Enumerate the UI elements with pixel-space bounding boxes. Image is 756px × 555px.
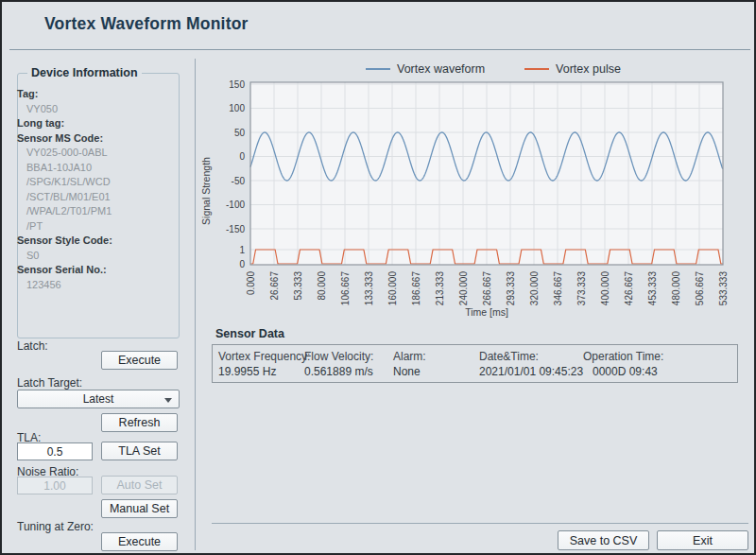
svg-text:100: 100 xyxy=(229,103,245,113)
svg-text:0.000: 0.000 xyxy=(246,271,256,295)
device-field-value: /SPG/K1/SL/WCD xyxy=(26,175,172,190)
chart-legend: Vortex waveform Vortex pulse xyxy=(366,62,621,76)
svg-text:346.667: 346.667 xyxy=(553,271,563,306)
device-field-label: Sensor MS Code: xyxy=(17,131,172,147)
legend-item-waveform: Vortex waveform xyxy=(366,62,485,76)
noise-ratio-input xyxy=(17,477,93,494)
sensor-column-value: 0.561889 m/s xyxy=(304,365,373,378)
footer-separator xyxy=(212,523,748,524)
svg-text:1: 1 xyxy=(239,245,245,255)
device-field-value: S0 xyxy=(26,249,172,264)
device-field-value: 123456 xyxy=(26,278,172,293)
legend-label-waveform: Vortex waveform xyxy=(397,62,485,76)
svg-text:506.667: 506.667 xyxy=(695,271,705,306)
svg-text:53.333: 53.333 xyxy=(293,271,303,301)
page-title: Vortex Waveform Monitor xyxy=(44,14,249,34)
device-field-label: Tag: xyxy=(17,87,172,102)
chevron-down-icon xyxy=(164,398,172,403)
device-field-value: /PT xyxy=(26,219,172,234)
device-field-value: VY025-000-0ABL xyxy=(26,146,172,161)
save-to-csv-button[interactable]: Save to CSV xyxy=(558,530,649,550)
svg-text:160.000: 160.000 xyxy=(387,271,398,306)
tuning-at-zero-label: Tuning at Zero: xyxy=(17,520,94,533)
sensor-column-label: Date&Time: xyxy=(479,350,539,363)
waveform-line-swatch xyxy=(366,68,390,70)
svg-text:26.667: 26.667 xyxy=(269,271,280,301)
sensor-data-table: Vortex Frequency:19.9955 HzFlow Velocity… xyxy=(212,344,738,383)
legend-item-pulse: Vortex pulse xyxy=(524,62,621,76)
device-field-value: VY050 xyxy=(26,102,172,117)
vertical-separator xyxy=(195,59,196,550)
svg-text:373.333: 373.333 xyxy=(576,271,587,306)
legend-label-pulse: Vortex pulse xyxy=(556,62,621,76)
svg-text:213.333: 213.333 xyxy=(435,271,445,306)
svg-text:240.000: 240.000 xyxy=(458,271,469,306)
sensor-column-value: 0000D 09:43 xyxy=(593,365,658,378)
sensor-column-label: Vortex Frequency: xyxy=(218,350,310,363)
latch-target-label: Latch Target: xyxy=(17,376,82,390)
sensor-data-title: Sensor Data xyxy=(215,327,284,340)
svg-text:320.000: 320.000 xyxy=(529,271,540,306)
latch-execute-button[interactable]: Execute xyxy=(101,351,178,370)
device-field-label: Sensor Style Code: xyxy=(17,234,172,249)
sensor-column-label: Operation Time: xyxy=(583,350,663,363)
tla-set-button[interactable]: TLA Set xyxy=(101,442,178,460)
title-separator xyxy=(9,49,750,50)
device-information-legend: Device Information xyxy=(27,66,142,79)
latch-label: Latch: xyxy=(17,339,48,353)
device-field-label: Long tag: xyxy=(17,116,172,131)
manual-set-button[interactable]: Manual Set xyxy=(101,499,178,518)
svg-text:106.667: 106.667 xyxy=(340,271,351,306)
auto-set-button: Auto Set xyxy=(101,476,178,494)
sensor-column-label: Flow Velocity: xyxy=(304,350,373,363)
vortex-waveform-monitor-window: Vortex Waveform Monitor Device Informati… xyxy=(0,0,756,555)
svg-text:-150: -150 xyxy=(226,224,245,234)
svg-text:Signal Strength: Signal Strength xyxy=(200,157,212,225)
svg-text:0: 0 xyxy=(239,259,245,269)
svg-text:266.667: 266.667 xyxy=(482,271,492,306)
svg-text:533.333: 533.333 xyxy=(718,271,729,306)
svg-text:133.333: 133.333 xyxy=(364,271,374,306)
tla-input[interactable] xyxy=(17,442,93,460)
svg-text:Time [ms]: Time [ms] xyxy=(465,306,508,318)
exit-button[interactable]: Exit xyxy=(657,530,748,550)
latch-target-selected-value: Latest xyxy=(83,392,114,406)
device-field-value: /SCT/BL/M01/E01 xyxy=(26,190,172,205)
refresh-button[interactable]: Refresh xyxy=(101,413,178,432)
sensor-column-value: 2021/01/01 09:45:23 xyxy=(479,365,583,378)
svg-text:-50: -50 xyxy=(232,176,246,186)
svg-text:0: 0 xyxy=(239,151,245,162)
waveform-chart-svg: 150100500-50-100-150100.00026.66753.3338… xyxy=(200,59,753,328)
svg-text:426.667: 426.667 xyxy=(624,271,634,306)
sensor-column-value: 19.9955 Hz xyxy=(218,365,276,378)
svg-text:480.000: 480.000 xyxy=(671,271,681,306)
svg-text:453.333: 453.333 xyxy=(647,271,658,306)
pulse-line-swatch xyxy=(524,68,549,70)
tuning-execute-button[interactable]: Execute xyxy=(101,532,178,551)
svg-text:-100: -100 xyxy=(226,199,245,210)
waveform-chart: Vortex waveform Vortex pulse 150100500-5… xyxy=(200,59,753,328)
svg-text:50: 50 xyxy=(234,128,246,138)
device-info-fields: Tag:VY050Long tag:Sensor MS Code:VY025-0… xyxy=(30,87,172,292)
svg-text:293.333: 293.333 xyxy=(506,271,516,306)
svg-text:150: 150 xyxy=(229,79,245,90)
device-field-label: Sensor Serial No.: xyxy=(17,263,172,278)
svg-text:186.667: 186.667 xyxy=(411,271,421,306)
svg-text:80.000: 80.000 xyxy=(317,271,327,301)
device-field-value: BBA1-10JA10 xyxy=(26,161,172,176)
latch-target-select[interactable]: Latest xyxy=(17,390,180,408)
device-field-value: /WPA/L2/T01/PM1 xyxy=(26,204,172,219)
svg-text:400.000: 400.000 xyxy=(600,271,610,306)
sensor-column-value: None xyxy=(393,365,421,378)
sensor-column-label: Alarm: xyxy=(393,350,426,363)
